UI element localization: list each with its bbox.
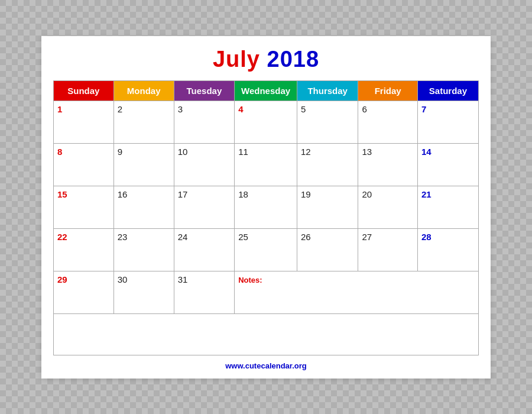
month-label: July [213,47,260,72]
notes-area[interactable] [54,313,479,355]
notes-cell[interactable]: Notes: [235,271,479,313]
day-cell-20: 20 [358,186,417,228]
year-label: 2018 [267,47,320,72]
day-cell-14: 14 [417,143,478,186]
day-number: 17 [178,189,188,199]
col-wednesday: Wednesday [235,80,297,101]
day-cell-24: 24 [174,228,234,271]
day-number: 27 [362,232,372,242]
day-cell-15: 15 [54,186,114,228]
day-number: 2 [118,104,122,114]
day-number: 20 [362,189,372,199]
day-number: 16 [118,189,128,199]
col-tuesday: Tuesday [174,80,234,101]
day-number: 11 [238,147,248,157]
calendar-title: July 2018 [53,47,479,72]
day-number: 22 [57,232,67,242]
day-number: 30 [118,274,128,284]
day-cell-12: 12 [297,143,358,186]
col-monday: Monday [113,80,174,101]
week-row-1: 1234567 [54,101,479,143]
calendar-table: Sunday Monday Tuesday Wednesday Thursday… [53,80,479,355]
col-saturday: Saturday [417,80,478,101]
day-cell-29: 29 [54,271,114,313]
day-number: 26 [301,232,311,242]
week-row-3: 15161718192021 [54,186,479,228]
day-cell-8: 8 [54,143,114,186]
day-number: 5 [301,104,306,114]
day-cell-23: 23 [113,228,174,271]
website-link[interactable]: www.cutecalendar.org [53,361,479,370]
day-cell-3: 3 [174,101,234,143]
day-cell-16: 16 [113,186,174,228]
week-row-5: 293031Notes: [54,271,479,313]
day-number: 29 [57,274,67,284]
day-cell-11: 11 [235,143,297,186]
day-cell-25: 25 [235,228,297,271]
col-sunday: Sunday [54,80,114,101]
day-cell-26: 26 [297,228,358,271]
day-cell-10: 10 [174,143,234,186]
day-number: 19 [301,189,311,199]
day-number: 23 [118,232,128,242]
day-cell-7: 7 [417,101,478,143]
day-number: 21 [421,189,432,199]
week-row-2: 891011121314 [54,143,479,186]
day-cell-9: 9 [113,143,174,186]
day-cell-31: 31 [174,271,234,313]
day-cell-30: 30 [113,271,174,313]
day-number: 10 [178,147,188,157]
day-cell-27: 27 [358,228,417,271]
day-number: 25 [238,232,248,242]
day-cell-2: 2 [113,101,174,143]
day-number: 13 [362,147,372,157]
day-cell-4: 4 [235,101,297,143]
day-number: 4 [238,104,243,114]
col-thursday: Thursday [297,80,358,101]
header-row: Sunday Monday Tuesday Wednesday Thursday… [54,80,479,101]
day-number: 28 [421,232,432,242]
notes-label: Notes: [238,276,262,284]
day-cell-28: 28 [417,228,478,271]
day-number: 18 [238,189,248,199]
day-number: 3 [178,104,183,114]
col-friday: Friday [358,80,417,101]
day-number: 9 [118,147,122,157]
notes-row [54,313,479,355]
day-cell-19: 19 [297,186,358,228]
day-cell-21: 21 [417,186,478,228]
calendar-container: July 2018 Sunday Monday Tuesday Wednesda… [41,36,491,379]
day-number: 12 [301,147,311,157]
day-cell-22: 22 [54,228,114,271]
day-number: 7 [421,104,426,114]
day-cell-18: 18 [235,186,297,228]
day-number: 31 [178,274,188,284]
day-cell-17: 17 [174,186,234,228]
day-number: 15 [57,189,67,199]
day-cell-6: 6 [358,101,417,143]
day-cell-5: 5 [297,101,358,143]
day-number: 6 [362,104,366,114]
day-number: 14 [421,147,432,157]
day-cell-1: 1 [54,101,114,143]
day-number: 24 [178,232,188,242]
day-number: 8 [57,147,62,157]
week-row-4: 22232425262728 [54,228,479,271]
day-cell-13: 13 [358,143,417,186]
day-number: 1 [57,104,62,114]
